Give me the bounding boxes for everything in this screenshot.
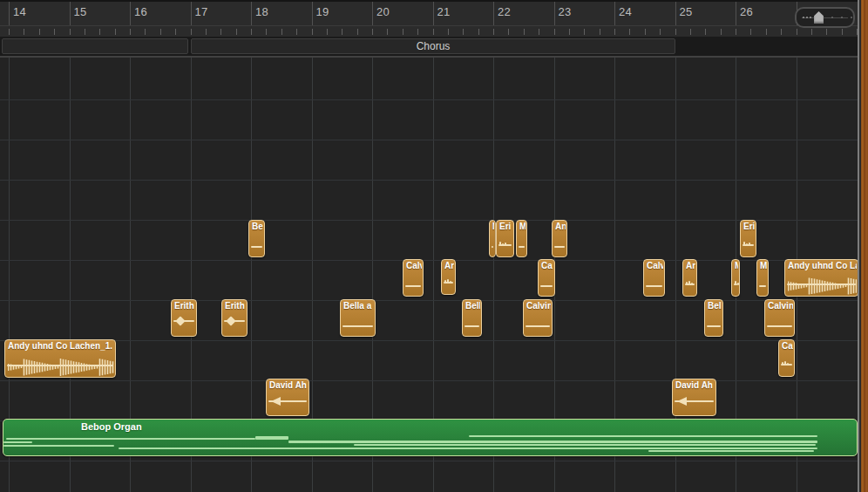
bar-gridline	[9, 2, 10, 25]
waveform-peak-icon	[226, 316, 235, 325]
beat-tick	[54, 29, 55, 35]
waveform-icon	[492, 246, 493, 248]
beat-tick	[493, 29, 494, 35]
audio-region[interactable]: Bella a	[340, 299, 376, 337]
bar-gridline	[372, 2, 373, 25]
waveform-icon	[251, 246, 262, 248]
region-name: Bella	[465, 301, 480, 311]
midi-note[interactable]	[3, 441, 32, 443]
bar-ruler[interactable]: 1415161718192021222324252627	[0, 0, 868, 37]
midi-note[interactable]	[354, 444, 816, 446]
beat-tick	[614, 29, 615, 35]
waveform-icon	[646, 285, 662, 287]
waveform-peak-icon	[175, 316, 185, 325]
beat-tick	[750, 29, 751, 35]
midi-note[interactable]	[6, 438, 255, 440]
region-name: Calvin	[526, 301, 551, 311]
beat-tick	[600, 29, 600, 35]
audio-region[interactable]: Calv	[643, 259, 665, 297]
midi-note[interactable]	[469, 435, 817, 437]
waveform-peak-icon	[686, 282, 688, 285]
audio-region[interactable]: Bell	[704, 299, 723, 337]
zoom-slider[interactable]	[795, 7, 855, 28]
beat-tick	[690, 29, 691, 35]
bar-gridline	[251, 2, 252, 25]
audio-region[interactable]: Calv	[403, 259, 424, 297]
audio-region[interactable]: Ar	[441, 259, 456, 295]
marker-label: Chorus	[417, 40, 451, 52]
arrangement-marker-chorus[interactable]: Chorus	[191, 38, 675, 54]
bar-gridline	[130, 2, 131, 25]
audio-region[interactable]: Ar	[682, 259, 697, 297]
region-name: Bella a	[343, 301, 374, 311]
audio-region[interactable]: Ca	[778, 339, 795, 377]
audio-region[interactable]: David Ah	[266, 379, 309, 416]
desktop-background	[861, 0, 868, 492]
audio-region[interactable]: Be	[248, 220, 265, 257]
track-lane-divider	[0, 300, 868, 301]
audio-region[interactable]: Bella	[462, 299, 482, 337]
midi-note[interactable]	[288, 441, 817, 443]
region-name: Eri	[499, 222, 512, 231]
track-lane-divider	[0, 220, 868, 221]
beat-tick	[342, 29, 342, 35]
bar-number: 22	[498, 5, 511, 18]
waveform-icon	[759, 285, 766, 287]
audio-region[interactable]: Eri	[740, 220, 756, 257]
waveform-peak-icon	[447, 279, 449, 284]
audio-region[interactable]: Ca	[538, 259, 555, 297]
audio-region[interactable]: Erith	[171, 299, 197, 337]
audio-region[interactable]: An	[552, 220, 567, 257]
zoom-slider-handle-icon[interactable]	[814, 11, 824, 24]
audio-region[interactable]: M	[489, 220, 496, 257]
bar-gridline	[70, 2, 71, 25]
midi-region[interactable]: Bebop Organ	[3, 419, 858, 456]
waveform-peak-icon	[737, 283, 739, 285]
beat-tick	[629, 29, 630, 35]
midi-note[interactable]	[119, 448, 817, 449]
beat-tick	[781, 29, 782, 35]
beat-tick	[645, 29, 646, 35]
waveform-icon	[519, 246, 525, 248]
bar-number: 23	[559, 5, 572, 18]
waveform-icon	[405, 285, 421, 287]
waveform-peak-icon	[691, 283, 693, 285]
audio-region[interactable]: Eri	[496, 220, 514, 257]
zoom-slider-tick	[806, 17, 808, 18]
region-name: Erith	[225, 301, 246, 311]
midi-note[interactable]	[648, 450, 814, 452]
region-name: Bebop Organ	[81, 421, 142, 432]
audio-region[interactable]: Calvin	[523, 299, 553, 337]
midi-note[interactable]	[3, 445, 114, 447]
track-lane-divider	[0, 180, 868, 181]
beat-tick	[145, 29, 146, 35]
beat-tick	[357, 29, 358, 35]
midi-note[interactable]	[255, 436, 288, 440]
beat-tick	[130, 29, 131, 35]
beat-tick	[675, 29, 676, 35]
region-name: M	[735, 261, 738, 270]
beat-tick	[524, 29, 525, 35]
waveform-peak-icon	[746, 243, 748, 246]
region-name: M	[760, 261, 767, 270]
audio-region[interactable]: Andy uhnd Co La	[784, 259, 858, 297]
audio-region[interactable]: M	[516, 220, 527, 257]
ruler-separator	[0, 25, 868, 26]
beat-tick	[478, 29, 479, 35]
audio-region[interactable]: M	[756, 259, 769, 297]
waveform-peak-icon	[735, 281, 736, 285]
audio-region[interactable]: David Ah	[672, 379, 716, 416]
region-name: Ca	[541, 261, 553, 270]
audio-region[interactable]: Erith	[221, 299, 248, 337]
audio-region[interactable]: Andy uhnd Co Lachen_1.	[4, 339, 116, 378]
track-lane-divider	[0, 340, 868, 341]
arrangement-marker[interactable]	[2, 38, 188, 54]
beat-tick	[539, 29, 539, 35]
waveform-icon	[526, 325, 550, 327]
audio-region[interactable]: M	[731, 259, 740, 297]
tracks-area[interactable]: BeMEriMAnEriCalvArCaCalvArMMAndy uhnd Co…	[0, 58, 868, 492]
waveform-icon	[540, 285, 553, 287]
audio-region[interactable]: Calvin	[764, 299, 795, 337]
beat-tick	[736, 29, 736, 35]
track-lane-divider	[0, 140, 868, 140]
